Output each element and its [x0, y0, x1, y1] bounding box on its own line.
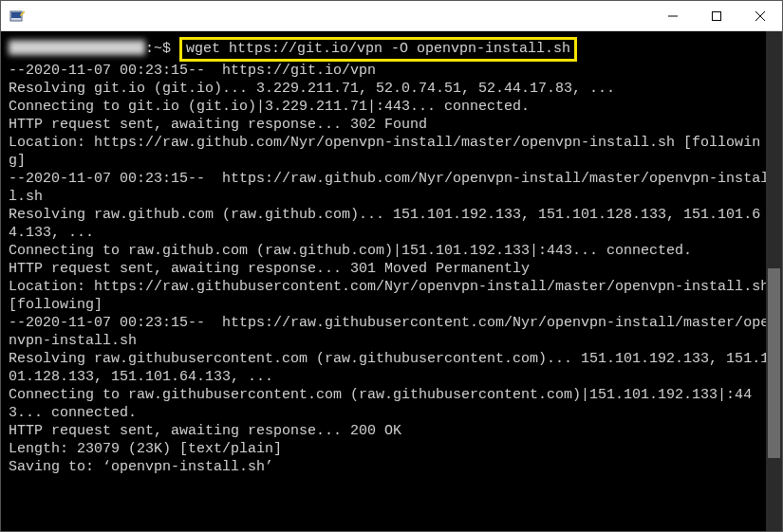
output-line: --2020-11-07 00:23:15-- https://git.io/v…	[9, 63, 376, 79]
output-line: Location: https://raw.githubusercontent.…	[9, 279, 777, 313]
output-line: Connecting to raw.github.com (raw.github…	[9, 243, 692, 259]
svg-rect-3	[713, 11, 721, 20]
output-line: Resolving git.io (git.io)... 3.229.211.7…	[9, 81, 615, 97]
output-line: HTTP request sent, awaiting response... …	[9, 423, 401, 439]
terminal-window: ████████████████:~$ wget https://git.io/…	[1, 1, 782, 531]
svg-rect-1	[11, 12, 21, 18]
titlebar[interactable]	[1, 1, 782, 31]
terminal-output[interactable]: ████████████████:~$ wget https://git.io/…	[1, 31, 782, 482]
scrollbar-vertical[interactable]	[766, 31, 782, 531]
output-line: Length: 23079 (23K) [text/plain]	[9, 441, 282, 457]
prompt-tail: :~$	[145, 41, 179, 57]
titlebar-left	[9, 8, 26, 25]
maximize-button[interactable]	[695, 1, 738, 31]
output-line: Connecting to git.io (git.io)|3.229.211.…	[9, 99, 530, 115]
output-line: Connecting to raw.githubusercontent.com …	[9, 387, 752, 421]
scrollbar-thumb[interactable]	[768, 268, 780, 458]
output-line: HTTP request sent, awaiting response... …	[9, 117, 427, 133]
output-line: HTTP request sent, awaiting response... …	[9, 261, 530, 277]
output-line: --2020-11-07 00:23:15-- https://raw.gith…	[9, 171, 769, 205]
highlighted-command: wget https://git.io/vpn -O openvpn-insta…	[179, 37, 577, 62]
output-line: Location: https://raw.github.com/Nyr/ope…	[9, 135, 760, 169]
putty-icon	[9, 8, 26, 25]
minimize-button[interactable]	[651, 1, 695, 31]
terminal-area[interactable]: ████████████████:~$ wget https://git.io/…	[1, 31, 782, 531]
window-controls	[651, 1, 782, 31]
output-line: Saving to: ‘openvpn-install.sh’	[9, 459, 273, 475]
close-button[interactable]	[738, 1, 782, 31]
prompt-user-blurred: ████████████████	[9, 40, 145, 58]
output-line: Resolving raw.github.com (raw.github.com…	[9, 207, 760, 241]
output-line: --2020-11-07 00:23:15-- https://raw.gith…	[9, 315, 769, 349]
output-line: Resolving raw.githubusercontent.com (raw…	[9, 351, 769, 385]
